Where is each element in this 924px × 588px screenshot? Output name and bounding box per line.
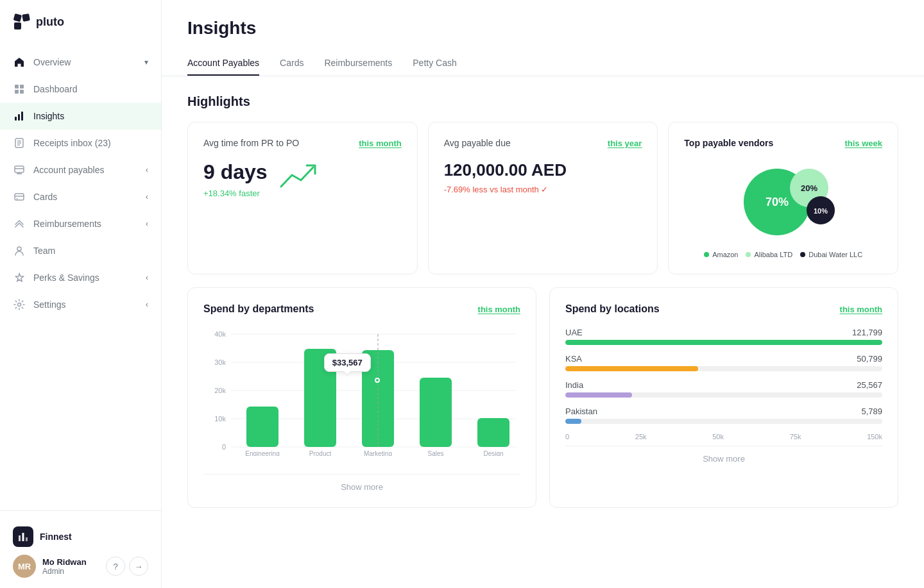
dashboard-label: Dashboard	[33, 84, 78, 94]
payable-sub: -7.69% less vs last month ✓	[444, 185, 642, 194]
loc-show-more[interactable]: Show more	[565, 446, 882, 464]
card-period-payable[interactable]: this year	[608, 139, 642, 148]
svg-text:Product: Product	[309, 450, 332, 456]
sidebar-item-settings[interactable]: Settings ‹	[0, 291, 161, 318]
vendors-label: Top payable vendors	[684, 138, 773, 148]
legend-dot-dubai	[800, 252, 805, 257]
highlight-card-vendors: Top payable vendors this week 70% 20%	[668, 122, 898, 274]
donut-legend: Amazon Alibaba LTD Dubai Water LLC	[684, 251, 882, 258]
card-label-pr: Avg time from PR to PO	[203, 138, 299, 148]
svg-text:10k: 10k	[214, 415, 226, 423]
payable-value: 120,000.00 AED	[444, 161, 642, 180]
hbar-value-india: 25,567	[857, 380, 882, 390]
svg-rect-5	[15, 90, 19, 94]
hbar-label-uae: UAE	[565, 328, 583, 337]
svg-text:Marketing: Marketing	[364, 450, 392, 456]
svg-point-22	[18, 303, 21, 307]
sidebar-item-account-payables[interactable]: Account payables ‹	[0, 156, 161, 183]
pluto-logo-icon	[13, 13, 31, 31]
svg-rect-14	[15, 166, 24, 172]
highlight-card-payable-due: Avg payable due this year 120,000.00 AED…	[428, 122, 658, 274]
hbar-row-india: India 25,567	[565, 380, 882, 398]
reimbursements-label: Reimbursements	[33, 219, 101, 229]
svg-rect-24	[22, 533, 24, 541]
spend-loc-period[interactable]: this month	[840, 305, 882, 314]
cards-chevron: ‹	[146, 192, 148, 201]
settings-label: Settings	[33, 299, 66, 310]
pr-sub: +18.34% faster	[203, 189, 268, 198]
bar-chart-svg: 40k 30k 20k 10k 0 Engineering	[203, 328, 520, 456]
tab-reimbursements[interactable]: Reimbursements	[324, 51, 392, 76]
hbar-chart: UAE 121,799 KSA 50,799	[565, 328, 882, 441]
card-period-pr[interactable]: this month	[359, 139, 401, 148]
card-label-payable: Avg payable due	[444, 138, 511, 148]
insights-icon	[13, 110, 26, 122]
hbar-row-ksa: KSA 50,799	[565, 354, 882, 371]
logo[interactable]: pluto	[0, 0, 161, 44]
sidebar: pluto Overview ▾ Dashboard Insights	[0, 0, 162, 588]
card-main-pr: 9 days +18.34% faster	[203, 161, 402, 198]
svg-rect-2	[14, 22, 21, 29]
dept-show-more[interactable]: Show more	[203, 474, 520, 492]
user-name: Mo Ridwan	[42, 557, 99, 567]
hbar-label-pakistan: Pakistan	[565, 407, 597, 416]
donut-label-20: 20%	[801, 183, 817, 193]
legend-dubai: Dubai Water LLC	[800, 251, 862, 258]
home-icon	[13, 56, 26, 69]
svg-text:30k: 30k	[214, 358, 226, 366]
main-content: Insights Account Payables Cards Reimburs…	[162, 0, 924, 588]
tooltip-dot	[375, 378, 380, 383]
sidebar-item-team[interactable]: Team	[0, 237, 161, 264]
axis-25k: 25k	[635, 433, 647, 441]
cards-label: Cards	[33, 192, 57, 202]
spend-loc-header: Spend by locations this month	[565, 303, 882, 315]
logout-button[interactable]: →	[129, 557, 148, 576]
hbar-axis: 0 25k 50k 75k 150k	[565, 433, 882, 441]
spend-loc-title: Spend by locations	[565, 303, 660, 315]
hbar-row-pakistan: Pakistan 5,789	[565, 407, 882, 424]
bar-product	[304, 349, 336, 447]
help-button[interactable]: ?	[106, 557, 125, 576]
spend-dept-header: Spend by departments this month	[203, 303, 520, 315]
svg-rect-6	[20, 90, 24, 94]
sidebar-item-insights[interactable]: Insights	[0, 103, 161, 130]
sidebar-item-perks[interactable]: Perks & Savings ‹	[0, 264, 161, 291]
sidebar-item-receipts[interactable]: Receipts inbox (23)	[0, 130, 161, 156]
reimbursements-icon	[13, 217, 26, 230]
overview-label: Overview	[33, 57, 71, 67]
svg-rect-8	[18, 114, 20, 121]
company-info: Finnest	[13, 521, 148, 555]
hbar-track-pakistan	[565, 419, 882, 424]
vendors-period[interactable]: this week	[844, 139, 882, 148]
svg-rect-7	[15, 117, 17, 121]
overview-chevron: ▾	[144, 58, 148, 67]
sidebar-item-overview[interactable]: Overview ▾	[0, 49, 161, 76]
user-role: Admin	[42, 567, 99, 576]
legend-alibaba: Alibaba LTD	[746, 251, 792, 258]
receipts-icon	[13, 137, 26, 149]
tab-petty-cash[interactable]: Petty Cash	[413, 51, 456, 76]
hbar-value-ksa: 50,799	[857, 354, 882, 364]
sidebar-item-cards[interactable]: Cards ‹	[0, 183, 161, 210]
tab-account-payables[interactable]: Account Payables	[187, 51, 259, 76]
tab-cards[interactable]: Cards	[280, 51, 304, 76]
sidebar-nav: Overview ▾ Dashboard Insights Receipts i…	[0, 44, 161, 510]
spend-dept-period[interactable]: this month	[478, 305, 520, 314]
svg-rect-1	[22, 13, 30, 22]
hbar-fill-pakistan	[565, 419, 581, 424]
card-header-pr: Avg time from PR to PO this month	[203, 138, 402, 148]
main-header: Insights Account Payables Cards Reimburs…	[162, 0, 924, 76]
legend-label-dubai: Dubai Water LLC	[809, 251, 862, 258]
hbar-row-uae: UAE 121,799	[565, 328, 882, 345]
hbar-value-uae: 121,799	[852, 328, 882, 337]
legend-label-amazon: Amazon	[712, 251, 738, 258]
sidebar-item-dashboard[interactable]: Dashboard	[0, 76, 161, 103]
sidebar-item-reimbursements[interactable]: Reimbursements ‹	[0, 210, 161, 237]
page-title: Insights	[187, 18, 898, 38]
user-row: MR Mo Ridwan Admin ? →	[13, 555, 148, 578]
hbar-track-uae	[565, 340, 882, 345]
axis-150k: 150k	[867, 433, 882, 441]
svg-text:20k: 20k	[214, 387, 226, 394]
svg-rect-25	[26, 537, 28, 541]
card-value-pr: 9 days +18.34% faster	[203, 161, 268, 198]
